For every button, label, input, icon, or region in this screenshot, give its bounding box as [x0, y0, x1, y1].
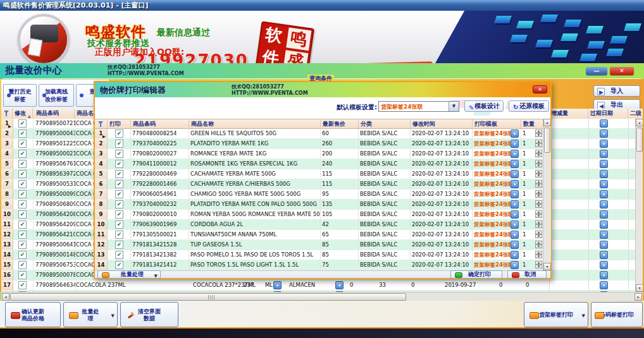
stepper-down-icon[interactable]: ▼ — [535, 204, 542, 208]
column-header-print[interactable]: 打印 — [108, 119, 131, 128]
print-template-cell[interactable]: 货架标签24张联▾ — [473, 139, 521, 148]
expiry-date-dropdown-button[interactable]: ▾ — [600, 180, 608, 188]
checkbox-checked-icon[interactable]: ✔ — [18, 251, 27, 259]
quantity-cell[interactable]: 1▲▼ — [521, 139, 543, 148]
confirm-print-button[interactable]: 确定打印 — [450, 270, 502, 279]
dialog-table-row[interactable]: 6▶ ✔ 7792280001466 CACHAMATE YERBA C/HIE… — [95, 179, 543, 190]
scrollbar-thumb[interactable] — [10, 293, 406, 301]
quantity-stepper[interactable]: ▲▼ — [535, 180, 542, 188]
edit-checkbox-cell[interactable]: ✔ — [13, 270, 34, 280]
filter-header-cell[interactable] — [1, 109, 13, 118]
checkbox-checked-icon[interactable]: ✔ — [18, 200, 27, 208]
stepper-down-icon[interactable]: ▼ — [535, 194, 542, 198]
filter-header-cell[interactable] — [95, 119, 108, 128]
checkbox-checked-icon[interactable]: ✔ — [18, 190, 27, 198]
checkbox-checked-icon[interactable]: ✔ — [115, 261, 123, 269]
print-checkbox-cell[interactable]: ✔ — [108, 179, 131, 189]
dialog-batch-process-button[interactable]: 批量处理 ▼ — [97, 270, 161, 279]
checkbox-checked-icon[interactable]: ✔ — [18, 271, 27, 279]
print-template-cell[interactable]: 货架标签24张联▾ — [473, 250, 521, 260]
edit-checkbox-cell[interactable]: ✔ — [13, 210, 34, 219]
template-dropdown-button[interactable]: ▾ — [511, 140, 519, 148]
checkbox-checked-icon[interactable]: ✔ — [115, 170, 123, 178]
stepper-down-icon[interactable]: ▼ — [535, 255, 542, 258]
print-checkbox-cell[interactable]: ✔ — [108, 240, 131, 250]
expiry-date-dropdown-button[interactable]: ▾ — [600, 190, 608, 198]
template-dropdown-button[interactable]: ▾ — [511, 160, 519, 168]
checkbox-checked-icon[interactable]: ✔ — [18, 119, 27, 128]
quantity-stepper[interactable]: ▲▼ — [535, 241, 542, 249]
edit-checkbox-cell[interactable]: ✔ — [13, 169, 34, 179]
dialog-table-row[interactable]: 13▶ ✔ 7791813421382 PASO POMELO 1.5L PAS… — [95, 250, 543, 260]
dialog-vertical-scrollbar[interactable]: ▴ ▾ — [543, 119, 551, 270]
quantity-cell[interactable]: 1▲▼ — [521, 250, 543, 260]
checkbox-checked-icon[interactable]: ✔ — [115, 180, 123, 188]
quantity-cell[interactable]: 1▲▼ — [521, 129, 543, 138]
checkbox-checked-icon[interactable]: ✔ — [115, 140, 123, 148]
expiry-date-dropdown-button[interactable]: ▾ — [600, 140, 608, 148]
default-template-select[interactable]: 货架标签24张联 ▼ — [378, 101, 459, 112]
barcode-label-print-button[interactable]: 条码标签打印 — [591, 302, 643, 327]
edit-checkbox-cell[interactable]: ✔ — [13, 230, 34, 239]
edit-checkbox-cell[interactable]: ✔ — [13, 240, 34, 250]
clear-interface-data-button[interactable]: 清空界面 数据 — [120, 302, 178, 327]
quantity-stepper[interactable]: ▲▼ — [535, 160, 542, 168]
checkbox-checked-icon[interactable]: ✔ — [18, 241, 27, 249]
checkbox-checked-icon[interactable]: ✔ — [18, 130, 27, 138]
column-header-barcode[interactable]: 商品条码 — [131, 119, 189, 128]
column-header-qty[interactable]: 数量 — [521, 119, 543, 128]
quantity-cell[interactable]: 1▲▼ — [521, 220, 543, 229]
dialog-table-row[interactable]: 8▶ ✔ 7793704000232 PLATADITO YERBA MATE … — [95, 200, 543, 210]
quantity-stepper[interactable]: ▲▼ — [535, 130, 542, 138]
checkbox-checked-icon[interactable]: ✔ — [18, 261, 27, 269]
quantity-cell[interactable]: 1▲▼ — [521, 260, 543, 270]
quantity-stepper[interactable]: ▲▼ — [535, 150, 542, 158]
dialog-table-row[interactable]: 5▶ ✔ 7792280000469 CACHAMATE YERBA MATE … — [95, 169, 543, 179]
column-header-template[interactable]: 打印模板 — [473, 119, 521, 128]
print-template-cell[interactable]: 货架标签24张联▾ — [473, 230, 521, 239]
print-checkbox-cell[interactable]: ✔ — [108, 210, 131, 219]
edit-checkbox-cell[interactable]: ✔ — [13, 190, 34, 199]
cancel-button[interactable]: 取消 — [507, 270, 547, 279]
expiry-date-dropdown-button[interactable]: ▾ — [600, 210, 608, 219]
expiry-date-dropdown-button[interactable]: ▾ — [600, 271, 608, 279]
edit-checkbox-cell[interactable]: ✔ — [13, 200, 34, 209]
stepper-down-icon[interactable]: ▼ — [535, 133, 542, 137]
dropdown-button[interactable]: ▾ — [273, 281, 282, 289]
expiry-date-dropdown-button[interactable]: ▾ — [600, 251, 608, 259]
scroll-down-button[interactable]: ▾ — [543, 263, 551, 270]
scroll-left-button[interactable]: ◂ — [2, 293, 9, 301]
template-dropdown-button[interactable]: ▾ — [511, 170, 519, 178]
template-dropdown-button[interactable]: ▾ — [511, 210, 519, 219]
dialog-table-row[interactable]: 12▶ ✔ 7791813421528 TUP GASEOSA 1.5L 85 … — [95, 240, 543, 250]
print-template-cell[interactable]: 货架标签24张联▾ — [473, 190, 521, 199]
template-dropdown-button[interactable]: ▾ — [511, 190, 519, 198]
checkbox-checked-icon[interactable]: ✔ — [115, 190, 123, 198]
dialog-table-row[interactable]: 4▶ ✔ 7790411000012 ROSAMONTE 1KG YERBA E… — [95, 159, 543, 169]
stepper-down-icon[interactable]: ▼ — [535, 234, 542, 238]
expiry-date-dropdown-button[interactable]: ▾ — [600, 281, 608, 289]
stepper-down-icon[interactable]: ▼ — [535, 184, 542, 188]
print-template-cell[interactable]: 货架标签24张联▾ — [473, 179, 521, 189]
edit-checkbox-cell[interactable]: ✔ — [13, 281, 34, 290]
column-header-secondary[interactable]: 二级 — [628, 109, 643, 118]
edit-checkbox-cell[interactable]: ✔ — [13, 139, 34, 148]
quantity-stepper[interactable]: ▲▼ — [535, 200, 542, 208]
dropdown-button[interactable]: ▾ — [335, 281, 344, 289]
scroll-up-button[interactable]: ▴ — [636, 119, 643, 126]
checkbox-checked-icon[interactable]: ✔ — [18, 281, 27, 289]
table-vertical-scrollbar[interactable]: ▴ ▾ — [635, 119, 643, 292]
print-checkbox-cell[interactable]: ✔ — [108, 169, 131, 179]
confirm-update-prices-button[interactable]: 确认更新 商品价格 — [5, 302, 61, 327]
expiry-date-dropdown-button[interactable]: ▾ — [600, 170, 608, 178]
checkbox-checked-icon[interactable]: ✔ — [115, 241, 123, 249]
edit-checkbox-cell[interactable]: ✔ — [13, 129, 34, 138]
template-dropdown-button[interactable]: ▾ — [511, 241, 519, 249]
dialog-table-row[interactable]: 3▶ ✔ 7790802000027 ROMANCE YERBA MATE 1K… — [95, 149, 543, 159]
dialog-table-row[interactable]: 14▶ ✔ 7791813421412 PASO TOROS 1.5L PASO… — [95, 260, 543, 270]
stepper-down-icon[interactable]: ▼ — [535, 265, 542, 269]
restore-template-button[interactable]: ↻ 还原模板 — [509, 100, 549, 112]
print-checkbox-cell[interactable]: ✔ — [108, 260, 131, 270]
edit-checkbox-cell[interactable]: ✔ — [13, 159, 34, 169]
scroll-down-button[interactable]: ▾ — [636, 284, 643, 292]
